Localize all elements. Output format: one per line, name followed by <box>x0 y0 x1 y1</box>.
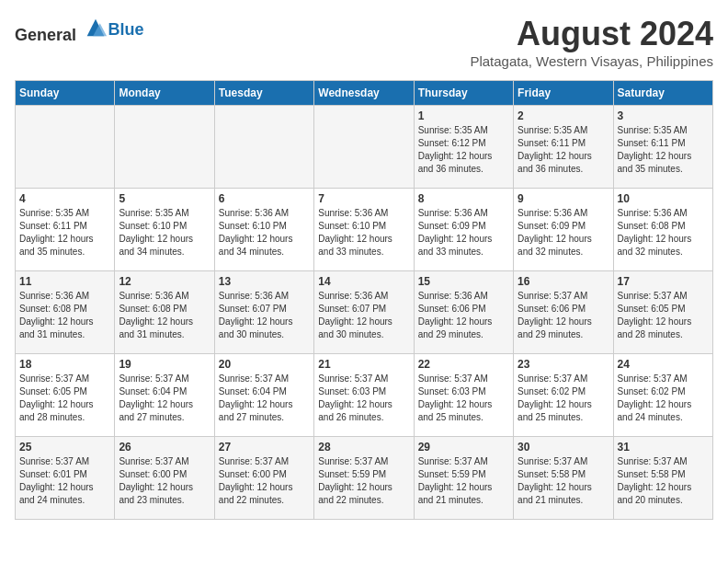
day-info: Sunrise: 5:37 AM Sunset: 5:58 PM Dayligh… <box>518 455 609 507</box>
day-header-wednesday: Wednesday <box>314 81 414 106</box>
calendar-cell: 1 Sunrise: 5:35 AM Sunset: 6:12 PM Dayli… <box>414 106 513 189</box>
day-header-tuesday: Tuesday <box>214 81 313 106</box>
calendar-cell: 9 Sunrise: 5:36 AM Sunset: 6:09 PM Dayli… <box>514 189 613 271</box>
day-info: Sunrise: 5:37 AM Sunset: 6:02 PM Dayligh… <box>618 373 709 424</box>
calendar-cell: 12 Sunrise: 5:36 AM Sunset: 6:08 PM Dayl… <box>115 271 214 354</box>
day-header-thursday: Thursday <box>414 81 513 106</box>
day-info: Sunrise: 5:37 AM Sunset: 6:03 PM Dayligh… <box>318 373 409 424</box>
day-number: 16 <box>518 275 609 288</box>
calendar-cell <box>214 106 313 189</box>
day-info: Sunrise: 5:37 AM Sunset: 6:05 PM Dayligh… <box>19 373 110 424</box>
calendar-cell: 3 Sunrise: 5:35 AM Sunset: 6:11 PM Dayli… <box>613 106 712 189</box>
calendar-cell: 23 Sunrise: 5:37 AM Sunset: 6:02 PM Dayl… <box>514 354 613 437</box>
calendar-cell: 27 Sunrise: 5:37 AM Sunset: 6:00 PM Dayl… <box>214 437 313 520</box>
day-info: Sunrise: 5:36 AM Sunset: 6:10 PM Dayligh… <box>318 207 409 259</box>
day-header-friday: Friday <box>514 81 613 106</box>
calendar-cell: 11 Sunrise: 5:36 AM Sunset: 6:08 PM Dayl… <box>16 271 115 354</box>
calendar-cell: 25 Sunrise: 5:37 AM Sunset: 6:01 PM Dayl… <box>16 437 115 520</box>
calendar-cell: 24 Sunrise: 5:37 AM Sunset: 6:02 PM Dayl… <box>613 354 712 437</box>
calendar-cell: 26 Sunrise: 5:37 AM Sunset: 6:00 PM Dayl… <box>115 437 214 520</box>
day-info: Sunrise: 5:37 AM Sunset: 5:59 PM Dayligh… <box>418 455 509 507</box>
day-number: 8 <box>418 192 509 205</box>
day-number: 2 <box>518 109 609 122</box>
day-number: 9 <box>518 192 609 205</box>
day-info: Sunrise: 5:36 AM Sunset: 6:09 PM Dayligh… <box>518 207 609 259</box>
calendar-cell: 16 Sunrise: 5:37 AM Sunset: 6:06 PM Dayl… <box>514 271 613 354</box>
logo-blue-text: Blue <box>108 20 144 39</box>
calendar-cell: 20 Sunrise: 5:37 AM Sunset: 6:04 PM Dayl… <box>214 354 313 437</box>
calendar-cell: 21 Sunrise: 5:37 AM Sunset: 6:03 PM Dayl… <box>314 354 414 437</box>
day-number: 23 <box>518 358 609 371</box>
calendar-cell: 4 Sunrise: 5:35 AM Sunset: 6:11 PM Dayli… <box>16 189 115 271</box>
calendar-cell: 22 Sunrise: 5:37 AM Sunset: 6:03 PM Dayl… <box>414 354 513 437</box>
day-number: 30 <box>518 441 609 454</box>
day-info: Sunrise: 5:37 AM Sunset: 6:05 PM Dayligh… <box>618 290 709 341</box>
day-number: 25 <box>19 441 110 454</box>
day-number: 31 <box>618 441 709 454</box>
title-area: August 2024 Platagata, Western Visayas, … <box>470 15 713 69</box>
day-number: 7 <box>318 192 409 205</box>
page-title: August 2024 <box>470 15 713 53</box>
day-info: Sunrise: 5:37 AM Sunset: 6:02 PM Dayligh… <box>518 373 609 424</box>
day-info: Sunrise: 5:36 AM Sunset: 6:06 PM Dayligh… <box>418 290 509 341</box>
day-number: 15 <box>418 275 509 288</box>
day-info: Sunrise: 5:35 AM Sunset: 6:11 PM Dayligh… <box>19 207 110 259</box>
day-header-sunday: Sunday <box>16 81 115 106</box>
calendar-cell: 30 Sunrise: 5:37 AM Sunset: 5:58 PM Dayl… <box>514 437 613 520</box>
calendar-cell: 10 Sunrise: 5:36 AM Sunset: 6:08 PM Dayl… <box>613 189 712 271</box>
day-number: 12 <box>119 275 210 288</box>
day-info: Sunrise: 5:36 AM Sunset: 6:08 PM Dayligh… <box>119 290 210 341</box>
calendar-cell: 19 Sunrise: 5:37 AM Sunset: 6:04 PM Dayl… <box>115 354 214 437</box>
day-header-saturday: Saturday <box>613 81 712 106</box>
day-info: Sunrise: 5:37 AM Sunset: 6:00 PM Dayligh… <box>119 455 210 507</box>
calendar-cell <box>16 106 115 189</box>
header: General Blue August 2024 Platagata, West… <box>15 15 713 69</box>
calendar-cell: 5 Sunrise: 5:35 AM Sunset: 6:10 PM Dayli… <box>115 189 214 271</box>
day-number: 27 <box>219 441 310 454</box>
day-number: 5 <box>119 192 210 205</box>
day-info: Sunrise: 5:36 AM Sunset: 6:07 PM Dayligh… <box>318 290 409 341</box>
calendar-week-row: 25 Sunrise: 5:37 AM Sunset: 6:01 PM Dayl… <box>16 437 713 520</box>
logo-icon <box>83 15 108 40</box>
calendar-week-row: 1 Sunrise: 5:35 AM Sunset: 6:12 PM Dayli… <box>16 106 713 189</box>
day-number: 6 <box>219 192 310 205</box>
day-info: Sunrise: 5:37 AM Sunset: 6:01 PM Dayligh… <box>19 455 110 507</box>
calendar-week-row: 11 Sunrise: 5:36 AM Sunset: 6:08 PM Dayl… <box>16 271 713 354</box>
calendar-header-row: SundayMondayTuesdayWednesdayThursdayFrid… <box>16 81 713 106</box>
day-info: Sunrise: 5:37 AM Sunset: 6:04 PM Dayligh… <box>219 373 310 424</box>
day-number: 10 <box>618 192 709 205</box>
day-number: 11 <box>19 275 110 288</box>
calendar-cell: 6 Sunrise: 5:36 AM Sunset: 6:10 PM Dayli… <box>214 189 313 271</box>
calendar-cell: 13 Sunrise: 5:36 AM Sunset: 6:07 PM Dayl… <box>214 271 313 354</box>
day-number: 18 <box>19 358 110 371</box>
calendar-cell: 14 Sunrise: 5:36 AM Sunset: 6:07 PM Dayl… <box>314 271 414 354</box>
day-number: 28 <box>318 441 409 454</box>
day-number: 4 <box>19 192 110 205</box>
calendar-cell: 17 Sunrise: 5:37 AM Sunset: 6:05 PM Dayl… <box>613 271 712 354</box>
day-info: Sunrise: 5:37 AM Sunset: 5:59 PM Dayligh… <box>318 455 409 507</box>
day-info: Sunrise: 5:35 AM Sunset: 6:11 PM Dayligh… <box>518 124 609 176</box>
day-number: 29 <box>418 441 509 454</box>
day-number: 14 <box>318 275 409 288</box>
calendar-cell: 7 Sunrise: 5:36 AM Sunset: 6:10 PM Dayli… <box>314 189 414 271</box>
day-info: Sunrise: 5:37 AM Sunset: 5:58 PM Dayligh… <box>618 455 709 507</box>
day-number: 20 <box>219 358 310 371</box>
day-number: 21 <box>318 358 409 371</box>
day-info: Sunrise: 5:35 AM Sunset: 6:11 PM Dayligh… <box>618 124 709 176</box>
day-info: Sunrise: 5:37 AM Sunset: 6:04 PM Dayligh… <box>119 373 210 424</box>
day-info: Sunrise: 5:36 AM Sunset: 6:07 PM Dayligh… <box>219 290 310 341</box>
logo-general-text: General <box>15 26 76 44</box>
day-number: 1 <box>418 109 509 122</box>
day-number: 3 <box>618 109 709 122</box>
calendar-cell: 15 Sunrise: 5:36 AM Sunset: 6:06 PM Dayl… <box>414 271 513 354</box>
day-number: 24 <box>618 358 709 371</box>
calendar-table: SundayMondayTuesdayWednesdayThursdayFrid… <box>15 80 713 520</box>
day-info: Sunrise: 5:36 AM Sunset: 6:08 PM Dayligh… <box>19 290 110 341</box>
calendar-cell: 8 Sunrise: 5:36 AM Sunset: 6:09 PM Dayli… <box>414 189 513 271</box>
calendar-cell: 31 Sunrise: 5:37 AM Sunset: 5:58 PM Dayl… <box>613 437 712 520</box>
day-info: Sunrise: 5:36 AM Sunset: 6:08 PM Dayligh… <box>618 207 709 259</box>
day-number: 19 <box>119 358 210 371</box>
day-number: 26 <box>119 441 210 454</box>
day-number: 13 <box>219 275 310 288</box>
calendar-cell: 28 Sunrise: 5:37 AM Sunset: 5:59 PM Dayl… <box>314 437 414 520</box>
